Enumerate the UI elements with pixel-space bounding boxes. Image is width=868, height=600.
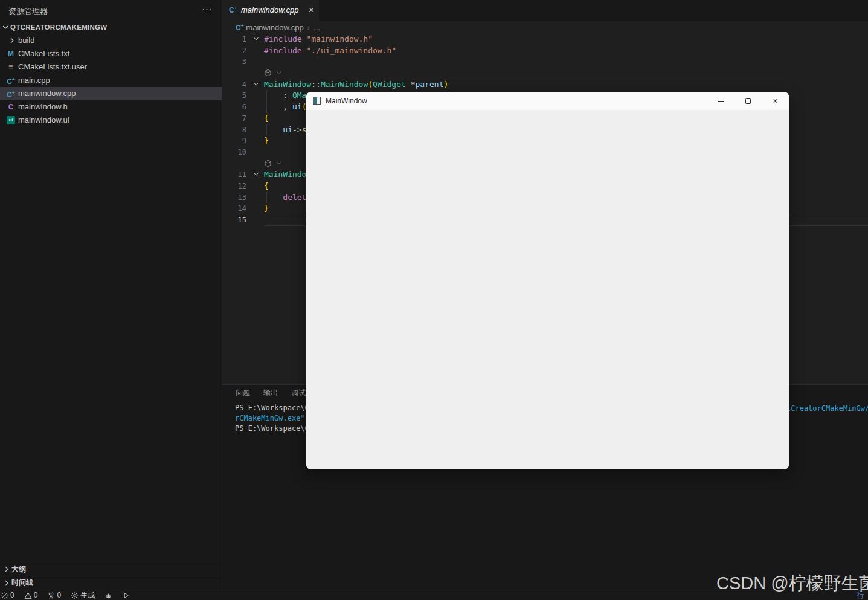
qt-mainwindow: MainWindow × (306, 92, 789, 469)
list-settings-icon: ≡ (8, 60, 13, 74)
line-number: 10 (222, 147, 246, 158)
file-row-mainwindow-h[interactable]: Cmainwindow.h (0, 100, 222, 114)
status-warning-item[interactable]: 0 (19, 591, 43, 599)
qt-window-body (306, 110, 789, 469)
cpp-file-icon: C+ (236, 23, 243, 32)
file-row-CMakeLists-txt[interactable]: MCMakeLists.txt (0, 47, 222, 60)
file-label: mainwindow.ui (18, 114, 69, 127)
file-label: main.cpp (18, 74, 50, 87)
line-number: 6 (222, 102, 246, 113)
code-text: delet (264, 192, 306, 204)
code-text: : QMa (264, 90, 306, 102)
status-label: 0 (57, 591, 61, 599)
line-number: 5 (222, 90, 246, 102)
error-icon (1, 592, 8, 599)
code-text: #include "./ui_mainwindow.h" (264, 45, 396, 57)
status-broadcast-item[interactable]: 0 (42, 591, 66, 599)
bug-icon (104, 592, 112, 599)
code-text: { (264, 181, 269, 192)
code-action-row (222, 68, 868, 79)
terminal-output[interactable]: PS E:\Workspace\QrCMakeMinGw.exe"PS E:\W… (235, 403, 309, 434)
file-row-main-cpp[interactable]: C+main.cpp (0, 74, 222, 87)
close-icon: × (773, 96, 777, 106)
close-icon[interactable]: × (309, 4, 314, 16)
file-label: CMakeLists.txt.user (18, 60, 87, 74)
status-error-item[interactable]: 0 (0, 591, 19, 599)
line-number: 4 (222, 79, 246, 91)
file-icon: C (5, 100, 16, 114)
panel-tab-0[interactable]: 问题 (236, 388, 250, 398)
csdn-watermark: CSDN @柠檬野生菌 (716, 572, 868, 596)
fold-chevron-icon[interactable] (252, 170, 262, 179)
line-number: 1 (222, 34, 246, 45)
qt-ui-file-icon: ui (7, 116, 15, 124)
file-icon: M (5, 47, 16, 60)
chevron-down-icon[interactable] (275, 69, 283, 78)
fold-chevron-icon[interactable] (252, 80, 262, 89)
terminal-line-1: PS E:\Workspace\Q (235, 403, 309, 413)
line-number: 2 (222, 45, 246, 57)
status-label: 0 (34, 591, 38, 599)
status-label: 生成 (80, 590, 95, 600)
broadcast-icon (47, 592, 55, 599)
terminal-line-3: PS E:\Workspace\Q (235, 424, 309, 434)
code-action-cube-icon[interactable] (264, 160, 272, 169)
qt-window-controls: × (707, 92, 789, 110)
panel-tab-1[interactable]: 输出 (263, 388, 278, 398)
qt-window-title: MainWindow (326, 97, 367, 105)
close-button[interactable]: × (762, 92, 789, 110)
code-action-cube-icon[interactable] (264, 69, 272, 79)
fold-chevron-icon[interactable] (252, 34, 262, 44)
file-row-CMakeLists-txt-user[interactable]: ≡CMakeLists.txt.user (0, 60, 222, 74)
qt-app-icon (313, 97, 321, 105)
chevron-right-icon (7, 36, 17, 45)
breadcrumb-file[interactable]: mainwindow.cpp (246, 23, 303, 32)
code-line-2[interactable]: 2#include "./ui_mainwindow.h" (222, 45, 868, 57)
status-label: 0 (10, 591, 14, 599)
timeline-section[interactable]: 时间线 (0, 576, 222, 590)
file-label: mainwindow.cpp (18, 87, 76, 100)
qt-titlebar[interactable]: MainWindow × (306, 92, 789, 110)
chevron-down-icon[interactable] (275, 160, 283, 169)
breadcrumb-more[interactable]: ... (313, 23, 320, 32)
code-text: #include "mainwindow.h" (264, 34, 373, 45)
file-icon: ≡ (5, 60, 16, 74)
vscode-window: 资源管理器 ··· QTCREATORCMAKEMINGW buildMCMak… (0, 0, 868, 600)
tree-root-folder[interactable]: QTCREATORCMAKEMINGW (0, 21, 222, 34)
outline-label: 大纲 (11, 563, 26, 576)
tab-title: mainwindow.cpp (241, 5, 298, 15)
cpp-file-icon: C+ (229, 5, 237, 15)
line-number: 13 (222, 192, 246, 204)
line-number: 12 (222, 181, 246, 192)
chevron-right-icon: › (307, 23, 310, 32)
status-bug-item[interactable] (100, 592, 117, 599)
code-line-4[interactable]: 4MainWindow::MainWindow(QWidget *parent) (222, 79, 868, 91)
warning-icon (24, 592, 32, 599)
code-text: { (264, 113, 269, 124)
explorer-title: 资源管理器 (8, 6, 48, 17)
file-icon: C+ (5, 87, 16, 100)
file-label: mainwindow.h (18, 100, 68, 114)
file-row-mainwindow-cpp[interactable]: C+mainwindow.cpp (0, 87, 222, 100)
chevron-right-icon (2, 564, 11, 574)
file-row-mainwindow-ui[interactable]: uimainwindow.ui (0, 114, 222, 127)
file-label: CMakeLists.txt (18, 47, 69, 60)
status-play-item[interactable] (117, 592, 135, 599)
gear-icon (71, 592, 79, 599)
code-line-1[interactable]: 1#include "mainwindow.h" (222, 34, 868, 45)
tab-mainwindow-cpp[interactable]: C+ mainwindow.cpp × (222, 0, 319, 21)
file-row-build[interactable]: build (0, 34, 222, 47)
outline-section[interactable]: 大纲 (0, 563, 222, 576)
maximize-button[interactable] (735, 92, 762, 110)
more-actions-icon[interactable]: ··· (202, 4, 213, 14)
cpp-file-icon: C+ (7, 86, 14, 102)
code-line-3[interactable]: 3 (222, 56, 868, 68)
minimize-button[interactable] (707, 92, 735, 110)
line-number: 8 (222, 124, 246, 136)
line-number: 9 (222, 135, 246, 147)
play-icon (122, 592, 130, 599)
file-icon: ui (5, 114, 16, 127)
chevron-right-icon (2, 578, 11, 588)
status-gear-item[interactable]: 生成 (66, 590, 100, 600)
file-icon: C+ (5, 74, 16, 87)
